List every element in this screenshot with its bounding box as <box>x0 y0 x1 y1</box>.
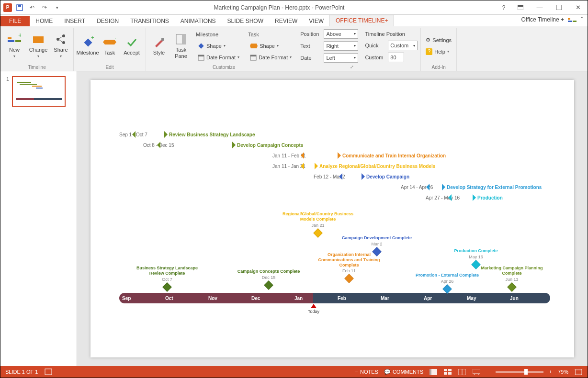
ribbon-display-options-icon[interactable] <box>511 1 530 14</box>
tab-animations[interactable]: ANIMATIONS <box>175 16 222 26</box>
tab-file[interactable]: FILE <box>0 16 30 26</box>
accept-button[interactable]: Accept <box>121 30 143 62</box>
spellcheck-icon[interactable] <box>45 368 52 375</box>
milestone[interactable]: Production CompleteMay 16 <box>440 248 512 266</box>
milestone[interactable]: Organization Internal Communications and… <box>313 252 385 280</box>
ribbon-body: + New▾ Change▾ Share▾ Timeline + Milesto… <box>0 26 588 71</box>
svg-rect-43 <box>576 370 581 374</box>
tab-transitions[interactable]: TRANSITIONS <box>124 16 175 26</box>
settings-button[interactable]: ⚙Settings <box>424 35 453 45</box>
task-pane-button[interactable]: Task Pane <box>171 30 191 62</box>
task-row[interactable]: Oct 8 - Dec 15100%Develop Campaign Conce… <box>143 141 303 149</box>
slide-thumbnail-1[interactable] <box>12 76 66 107</box>
qat-undo-icon[interactable]: ↶ <box>27 3 37 12</box>
task-row[interactable]: Feb 12 - Mar 2Develop Campaign <box>314 172 409 181</box>
slideshow-view-icon[interactable] <box>472 368 481 376</box>
fit-window-icon[interactable] <box>574 368 583 376</box>
svg-line-17 <box>59 40 63 42</box>
position-select[interactable]: Above▾ <box>324 29 358 39</box>
change-button[interactable]: Change▾ <box>27 30 49 62</box>
milestone-date: Apr 26 <box>441 279 454 284</box>
help-icon[interactable]: ? <box>497 4 511 11</box>
task-icon: + <box>103 35 116 49</box>
sorter-view-icon[interactable] <box>443 368 452 376</box>
axis-month: Sep <box>119 293 162 303</box>
date-select[interactable]: Left▾ <box>324 53 358 63</box>
quick-select[interactable]: Custom▾ <box>388 41 418 50</box>
ms-shape-dropdown[interactable]: Shape▾ <box>196 41 241 51</box>
task-bar <box>342 173 362 180</box>
svg-rect-5 <box>568 18 570 20</box>
milestone[interactable]: Business Strategy Landscape Review Compl… <box>131 266 203 289</box>
task-row[interactable]: Jan 11 - Jan 21Analyze Regional/Global/C… <box>272 162 435 170</box>
tab-insert[interactable]: INSERT <box>58 16 91 26</box>
style-button[interactable]: Style <box>149 30 169 62</box>
zoom-out-button[interactable]: − <box>486 369 489 375</box>
milestone-heading: Milestone <box>196 29 241 40</box>
addin-icon[interactable] <box>568 16 577 23</box>
qat-redo-icon[interactable]: ↷ <box>40 3 49 12</box>
task-row[interactable]: Apr 14 - Apr 26Develop Strategy for Exte… <box>401 183 542 191</box>
svg-rect-31 <box>45 369 52 375</box>
position-label: Position <box>300 29 321 39</box>
minimize-button[interactable]: — <box>530 1 549 14</box>
tab-officetimeline[interactable]: OFFICE TIMELINE+ <box>329 15 394 26</box>
milestone[interactable]: Marketing Campaign Planning CompleteJun … <box>476 266 548 289</box>
share-icon <box>54 33 68 46</box>
share-button[interactable]: Share▾ <box>51 30 70 62</box>
tab-view[interactable]: VIEW <box>303 16 329 26</box>
task-row[interactable]: Sep 1 - Oct 7100%Review Business Strateg… <box>119 130 255 139</box>
qat-dropdown-icon[interactable]: ▾ <box>52 3 62 12</box>
new-button[interactable]: + New▾ <box>3 30 25 62</box>
svg-rect-1 <box>18 5 21 7</box>
milestone-title: Regional/Global/Country Business Models … <box>282 211 354 222</box>
milestone-title: Campaign Concepts Complete <box>237 269 300 274</box>
task-row[interactable]: Apr 27 - May 16Production <box>426 193 503 202</box>
notes-button[interactable]: ≡NOTES <box>355 369 378 375</box>
task-dates: Sep 1 - Oct 7 <box>119 132 133 137</box>
milestone-date: Dec 15 <box>262 275 276 280</box>
custom-input[interactable]: 80 <box>388 53 404 62</box>
task-shape-dropdown[interactable]: Shape▾ <box>248 41 294 51</box>
ribbon-tab-strip: FILE HOME INSERT DESIGN TRANSITIONS ANIM… <box>0 15 588 26</box>
tab-review[interactable]: REVIEW <box>269 16 303 26</box>
zoom-in-button[interactable]: + <box>549 369 552 375</box>
tab-slideshow[interactable]: SLIDE SHOW <box>222 16 269 26</box>
milestone-button[interactable]: + Milestone <box>77 30 99 62</box>
comments-button[interactable]: 💬COMMENTS <box>384 369 423 375</box>
timeline-axis: SepOctNovDecJanFebMarAprMayJun <box>119 293 550 303</box>
text-select[interactable]: Right▾ <box>324 41 358 51</box>
svg-rect-40 <box>473 369 480 374</box>
milestone[interactable]: Campaign Concepts CompleteDec 15 <box>233 269 305 287</box>
diamond-icon <box>507 282 517 292</box>
milestone[interactable]: Regional/Global/Country Business Models … <box>282 211 354 234</box>
group-label-customize: Customize⤢ <box>213 63 354 71</box>
title-bar: P ↶ ↷ ▾ Marketing Campaign Plan - Hero.p… <box>0 0 588 15</box>
slide-canvas[interactable]: SepOctNovDecJanFebMarAprMayJun Today Sep… <box>90 80 574 357</box>
milestone[interactable]: Campaign Development CompleteMar 2 <box>341 235 413 253</box>
milestone[interactable]: Promotion - External CompleteApr 26 <box>411 273 483 290</box>
tab-home[interactable]: HOME <box>30 16 58 26</box>
reading-view-icon[interactable] <box>458 368 466 376</box>
task-row[interactable]: Jan 11 - Feb 11Communicate and Train Int… <box>272 151 446 160</box>
maximize-button[interactable] <box>549 1 568 14</box>
zoom-percent[interactable]: 79% <box>558 369 568 375</box>
close-button[interactable]: ✕ <box>568 1 588 14</box>
ms-dateformat-dropdown[interactable]: Date Format▾ <box>196 52 241 63</box>
task-dates: Jan 11 - Jan 21 <box>272 164 301 169</box>
task-button[interactable]: + Task <box>101 30 119 62</box>
tl-position-heading: Timeline Position <box>365 29 418 39</box>
task-dateformat-dropdown[interactable]: Date Format▾ <box>248 52 294 63</box>
normal-view-icon[interactable] <box>429 368 438 376</box>
tab-design[interactable]: DESIGN <box>91 16 124 26</box>
help-dropdown[interactable]: ?Help▾ <box>424 46 453 57</box>
collapse-ribbon-icon[interactable]: ˄ <box>580 16 584 23</box>
task-dates: Apr 14 - Apr 26 <box>401 185 427 190</box>
text-label: Text <box>300 41 321 51</box>
svg-rect-24 <box>182 34 186 44</box>
qat-save-icon[interactable] <box>15 3 24 12</box>
zoom-slider[interactable] <box>496 371 543 373</box>
svg-rect-10 <box>15 40 21 42</box>
date-label: Date <box>300 53 321 63</box>
svg-rect-7 <box>573 21 577 22</box>
